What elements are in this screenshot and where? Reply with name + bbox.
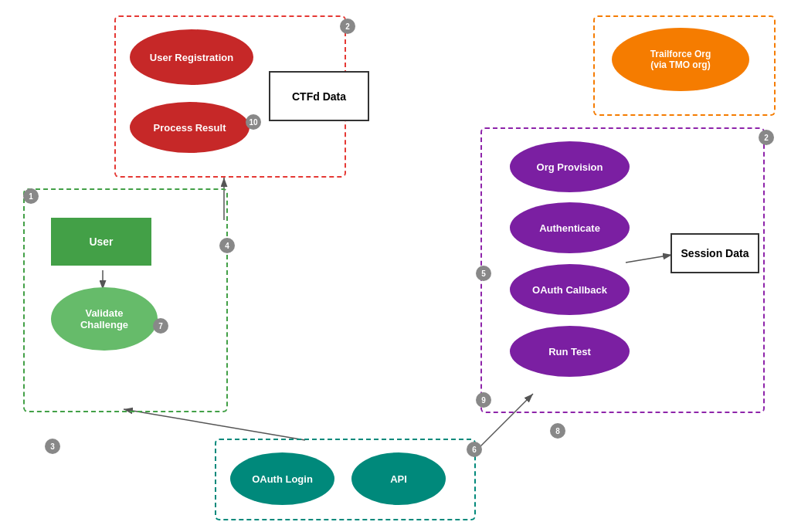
oauth-callback-label: OAuth Callback <box>532 284 607 296</box>
svg-line-3 <box>124 409 305 440</box>
run-test-label: Run Test <box>548 346 591 357</box>
user-rect: User <box>51 218 151 266</box>
oauth-login-label: OAuth Login <box>252 473 313 485</box>
badge-10: 10 <box>246 114 261 130</box>
oauth-login-ellipse: OAuth Login <box>230 452 334 505</box>
badge-6: 6 <box>467 442 482 457</box>
badge-7: 7 <box>153 318 168 334</box>
ctfd-data-label: CTFd Data <box>292 90 346 103</box>
user-registration-label: User Registration <box>150 52 233 63</box>
badge-8: 8 <box>550 423 565 439</box>
org-provision-label: Org Provision <box>537 161 603 173</box>
validate-challenge-ellipse: Validate Challenge <box>51 287 158 351</box>
process-result-ellipse: Process Result <box>130 102 250 153</box>
trailforce-org-ellipse: Trailforce Org (via TMO org) <box>612 28 749 91</box>
user-label: User <box>89 236 113 248</box>
session-data-label: Session Data <box>681 247 749 259</box>
trailforce-org-label: Trailforce Org (via TMO org) <box>650 49 711 70</box>
user-registration-ellipse: User Registration <box>130 29 253 85</box>
badge-3: 3 <box>45 439 60 454</box>
process-result-label: Process Result <box>154 122 226 134</box>
authenticate-ellipse: Authenticate <box>510 202 630 253</box>
badge-5: 5 <box>476 266 491 281</box>
session-data-rect: Session Data <box>670 233 759 273</box>
badge-4: 4 <box>219 238 235 253</box>
badge-1: 1 <box>23 188 39 204</box>
org-provision-ellipse: Org Provision <box>510 141 630 192</box>
badge-9: 9 <box>476 392 491 408</box>
run-test-ellipse: Run Test <box>510 326 630 377</box>
badge-2-purple: 2 <box>759 130 774 145</box>
diagram-container: User Registration Process Result CTFd Da… <box>0 0 791 532</box>
api-ellipse: API <box>351 452 446 505</box>
badge-2-red: 2 <box>340 19 355 34</box>
ctfd-data-rect: CTFd Data <box>269 71 369 121</box>
authenticate-label: Authenticate <box>539 222 600 234</box>
oauth-callback-ellipse: OAuth Callback <box>510 264 630 315</box>
validate-challenge-label: Validate Challenge <box>80 307 128 330</box>
api-label: API <box>390 473 407 485</box>
